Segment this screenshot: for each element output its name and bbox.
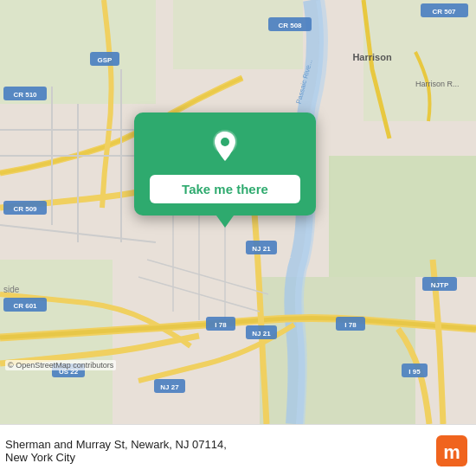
svg-text:m: m	[443, 441, 460, 463]
svg-text:I 78: I 78	[215, 321, 227, 329]
svg-point-52	[221, 138, 229, 146]
moovit-logo: m	[436, 435, 467, 466]
footer-address-block: Sherman and Murray St, Newark, NJ 07114,…	[5, 438, 227, 464]
svg-text:I 78: I 78	[344, 321, 357, 329]
svg-text:NJ 21: NJ 21	[252, 330, 271, 338]
svg-text:I 95: I 95	[408, 368, 421, 376]
location-pin-icon	[206, 128, 244, 166]
svg-text:CR 508: CR 508	[278, 22, 302, 29]
svg-rect-4	[260, 277, 415, 424]
svg-rect-2	[173, 0, 303, 69]
svg-text:NJ 27: NJ 27	[160, 383, 179, 391]
popup-card: Take me there	[134, 113, 316, 215]
svg-rect-3	[329, 156, 476, 277]
svg-text:CR 510: CR 510	[13, 91, 37, 99]
footer-address-line2: New York City	[5, 451, 227, 464]
svg-text:NJTP: NJTP	[431, 281, 449, 289]
svg-text:Harrison R...: Harrison R...	[415, 80, 460, 88]
svg-text:CR 601: CR 601	[13, 302, 37, 310]
svg-text:side: side	[3, 285, 20, 294]
svg-text:Harrison: Harrison	[352, 52, 392, 62]
footer: Sherman and Murray St, Newark, NJ 07114,…	[0, 424, 476, 476]
svg-text:CR 509: CR 509	[13, 205, 37, 213]
moovit-icon: m	[436, 435, 467, 466]
svg-text:CR 507: CR 507	[432, 8, 456, 16]
svg-text:NJ 21: NJ 21	[252, 245, 271, 253]
take-me-there-button[interactable]: Take me there	[150, 175, 300, 203]
map-container: CR 507 CR 508 CR 510 GSP CR 509 NJ 21 NJ…	[0, 0, 476, 424]
svg-text:GSP: GSP	[98, 56, 113, 64]
osm-attribution: © OpenStreetMap contributors	[5, 360, 116, 370]
footer-address-line1: Sherman and Murray St, Newark, NJ 07114,	[5, 438, 227, 451]
